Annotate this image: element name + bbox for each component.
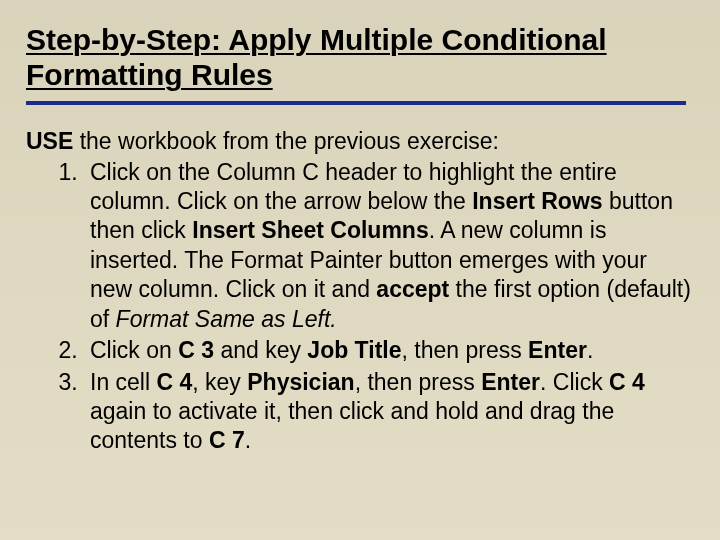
- step-bold: C 4: [156, 369, 192, 395]
- slide: Step-by-Step: Apply Multiple Conditional…: [0, 0, 720, 540]
- step-text: In cell: [90, 369, 156, 395]
- step-italic: Format Same as Left.: [116, 306, 337, 332]
- list-item: Click on the Column C header to highligh…: [84, 158, 694, 335]
- page-title: Step-by-Step: Apply Multiple Conditional…: [26, 22, 686, 105]
- intro-rest: the workbook from the previous exercise:: [73, 128, 499, 154]
- steps-list: Click on the Column C header to highligh…: [26, 158, 694, 456]
- step-bold: Enter: [528, 337, 587, 363]
- step-text: again to activate it, then click and hol…: [90, 398, 614, 453]
- intro-lead: USE: [26, 128, 73, 154]
- step-text: and key: [214, 337, 307, 363]
- step-bold: accept: [376, 276, 449, 302]
- step-bold: Insert Rows: [472, 188, 602, 214]
- step-bold: Physician: [247, 369, 354, 395]
- step-bold: C 4: [609, 369, 645, 395]
- step-text: , then press: [402, 337, 529, 363]
- list-item: In cell C 4, key Physician, then press E…: [84, 368, 694, 456]
- intro-line: USE the workbook from the previous exerc…: [26, 127, 694, 156]
- step-bold: C 7: [209, 427, 245, 453]
- step-text: . Click: [540, 369, 609, 395]
- step-text: .: [587, 337, 593, 363]
- list-item: Click on C 3 and key Job Title, then pre…: [84, 336, 694, 365]
- step-text: , then press: [355, 369, 482, 395]
- step-bold: Enter: [481, 369, 540, 395]
- step-text: Click on: [90, 337, 178, 363]
- step-bold: Job Title: [307, 337, 401, 363]
- step-text: , key: [192, 369, 247, 395]
- step-text: .: [245, 427, 251, 453]
- step-bold: Insert Sheet Columns: [192, 217, 428, 243]
- step-bold: C 3: [178, 337, 214, 363]
